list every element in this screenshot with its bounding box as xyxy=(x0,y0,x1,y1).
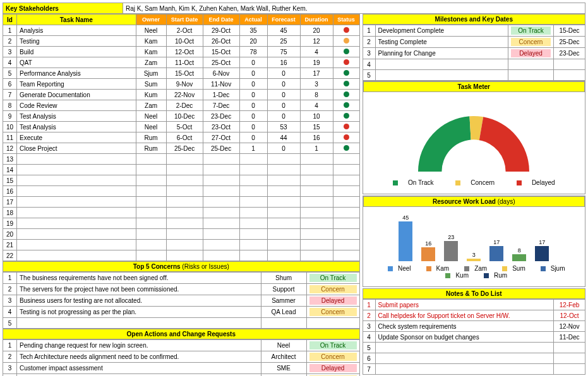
table-row[interactable]: 6 xyxy=(363,353,585,364)
status-dot-icon xyxy=(344,145,349,151)
table-row[interactable]: 1Submit papers12-Feb xyxy=(363,300,585,310)
table-row[interactable]: 2TestingKam10-Oct26-Oct202512 xyxy=(3,36,360,47)
status-dot-icon xyxy=(344,38,349,44)
table-row[interactable]: 13 xyxy=(3,154,360,165)
table-row[interactable]: 20 xyxy=(3,229,360,240)
task-header: Id xyxy=(3,15,17,25)
notes-title: Notes & To Do List xyxy=(363,288,585,299)
table-row[interactable]: 1AnalysisNeel2-Oct29-Oct354520 xyxy=(3,25,360,36)
workload-chart: 451623317817 NeelKamZamSumSjumKumRum xyxy=(363,207,585,286)
task-header: Actual xyxy=(239,15,267,25)
table-row[interactable]: 7 xyxy=(363,364,585,375)
table-row[interactable]: 7Generate DocumentationKum22-Nov1-Dec008 xyxy=(3,90,360,100)
table-row[interactable]: 3Business users for testing are not allo… xyxy=(3,295,360,307)
status-dot-icon xyxy=(344,27,349,33)
table-row[interactable]: 4Update Sponsor on budget changes11-Dec xyxy=(363,332,585,343)
table-row[interactable]: 4 xyxy=(363,59,585,70)
table-row[interactable]: 11ExecuteRum6-Oct27-Oct04416 xyxy=(3,132,360,143)
table-row[interactable]: 1Pending change request for new login sc… xyxy=(3,340,360,351)
status-dot-icon xyxy=(344,70,349,76)
table-row[interactable]: 4QATZam11-Oct25-Oct01619 xyxy=(3,57,360,68)
status-dot-icon xyxy=(344,59,349,65)
concerns-title: Top 5 Concerns (Risks or Issues) xyxy=(3,261,360,272)
table-row[interactable]: 18 xyxy=(3,208,360,218)
concerns-table: 1The business requirements have not been… xyxy=(3,272,360,329)
workload-title: Resource Work Load (days) xyxy=(363,196,585,207)
meter-title: Task Meter xyxy=(363,81,585,92)
table-row[interactable]: 2Call helpdesk for Support ticket on Ser… xyxy=(363,310,585,321)
table-row[interactable]: 10Test AnalysisNeel5-Oct23-Oct05315 xyxy=(3,122,360,132)
tasks-table: IdTask NameOwnerStart DateEnd DateActual… xyxy=(3,14,360,261)
table-row[interactable]: 21 xyxy=(3,240,360,250)
table-row[interactable]: 4Testing is not progressing as per the p… xyxy=(3,307,360,318)
table-row[interactable]: 4Check the impact on delivery dates on o… xyxy=(3,374,360,377)
status-dot-icon xyxy=(344,91,349,97)
status-dot-icon xyxy=(344,49,349,54)
table-row[interactable]: 6Team ReportingSum9-Nov11-Nov003 xyxy=(3,79,360,90)
milestones-title: Milestones and Key Dates xyxy=(363,14,585,25)
table-row[interactable]: 5 xyxy=(363,70,585,81)
table-row[interactable]: 3BuildKam12-Oct15-Oct78754 xyxy=(3,47,360,57)
task-header: Forecast xyxy=(267,15,300,25)
table-row[interactable]: 9Test AnalysisNeel10-Dec23-Dec0010 xyxy=(3,111,360,122)
stakeholders-row: Key Stakeholders Raj K, Sam Manh, Kim K,… xyxy=(3,3,585,14)
table-row[interactable]: 15 xyxy=(3,175,360,186)
table-row[interactable]: 14 xyxy=(3,165,360,175)
table-row[interactable]: 2Testing CompleteConcern25-Dec xyxy=(363,37,585,48)
table-row[interactable]: 8Code ReviewZam2-Dec7-Dec004 xyxy=(3,100,360,111)
table-row[interactable]: 22 xyxy=(3,250,360,261)
status-dot-icon xyxy=(344,113,349,119)
table-row[interactable]: 5Performance AnalysisSjum15-Oct6-Nov0017 xyxy=(3,68,360,79)
task-header: Duration xyxy=(300,15,333,25)
table-row[interactable]: 5 xyxy=(363,343,585,353)
table-row[interactable]: 12Close ProjectRum25-Dec25-Dec101 xyxy=(3,143,360,154)
status-dot-icon xyxy=(344,124,349,129)
task-header: End Date xyxy=(203,15,239,25)
table-row[interactable]: 16 xyxy=(3,186,360,197)
stakeholders-value: Raj K, Sam Manh, Kim K, Zuhen Kahen, Mar… xyxy=(123,3,585,14)
status-dot-icon xyxy=(344,81,349,86)
table-row[interactable]: 1Development CompleteOn Track15-Dec xyxy=(363,25,585,37)
table-row[interactable]: 17 xyxy=(3,197,360,208)
actions-title: Open Actions and Change Requests xyxy=(3,329,360,339)
table-row[interactable]: 3Planning for ChangeDelayed23-Dec xyxy=(363,48,585,59)
table-row[interactable]: 2Tech Architecture needs alignment need … xyxy=(3,351,360,363)
milestones-table: 1Development CompleteOn Track15-Dec2Test… xyxy=(363,25,585,81)
actions-table: 1Pending change request for new login sc… xyxy=(3,339,360,376)
table-row[interactable]: 1The business requirements have not been… xyxy=(3,273,360,284)
task-header: Status xyxy=(333,15,359,25)
stakeholders-label: Key Stakeholders xyxy=(3,3,123,14)
status-dot-icon xyxy=(344,102,349,108)
status-dot-icon xyxy=(344,134,349,140)
table-row[interactable]: 3Customer impact assessmentSMEDelayed xyxy=(3,363,360,374)
task-header: Start Date xyxy=(166,15,203,25)
table-row[interactable]: 5 xyxy=(3,318,360,329)
task-header: Owner xyxy=(136,15,166,25)
table-row[interactable]: 3Check system requirements12-Nov xyxy=(363,321,585,332)
table-row[interactable]: 2The servers for the project have not be… xyxy=(3,284,360,295)
task-meter-chart: On Track Concern Delayed xyxy=(363,92,585,194)
table-row[interactable]: 19 xyxy=(3,218,360,229)
notes-table: 1Submit papers12-Feb2Call helpdesk for S… xyxy=(363,299,585,375)
task-header: Task Name xyxy=(17,15,136,25)
